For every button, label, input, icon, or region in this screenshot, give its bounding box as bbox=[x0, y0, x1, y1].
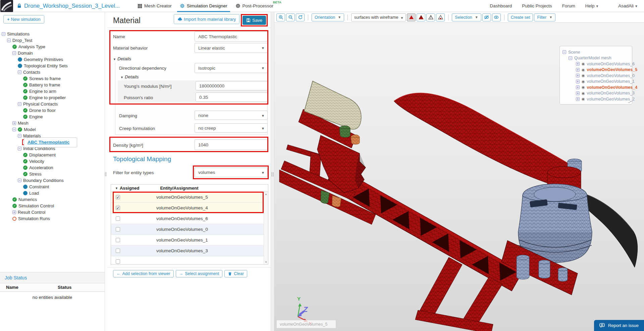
tree-item-constraint[interactable]: Constraint bbox=[0, 184, 105, 190]
render-surfaces-button[interactable] bbox=[407, 13, 416, 21]
tree-item-drone-to-floor[interactable]: ✓Drone to floor bbox=[0, 107, 105, 114]
scroll-down-icon[interactable]: ▼ bbox=[265, 261, 267, 264]
table-scrollbar[interactable]: ▲ ▼ bbox=[264, 192, 268, 264]
expand-icon[interactable]: + bbox=[576, 97, 580, 101]
render-mode-select[interactable]: surfaces with wireframe▼ bbox=[351, 13, 406, 21]
report-issue-button[interactable]: Report an issue bbox=[594, 320, 644, 331]
scene-item-volumeongeovolumes-2[interactable]: +◉volumeOnGeoVolumes_2 bbox=[562, 96, 629, 102]
material-behavior-select[interactable]: Linear elastic▼ bbox=[195, 43, 268, 53]
density-input[interactable]: 1040 bbox=[195, 139, 268, 150]
3d-viewport[interactable]: Y X Z − Scene − QuarterModel mesh +◉volu… bbox=[274, 23, 644, 331]
table-row-volumeongeovolumes-0[interactable]: volumeOnGeoVolumes_0 bbox=[111, 224, 268, 235]
save-button[interactable]: Save bbox=[243, 16, 266, 25]
collapse-icon[interactable]: − bbox=[569, 56, 572, 60]
assigned-checkbox[interactable] bbox=[116, 249, 120, 253]
tree-item-boundary-conditions[interactable]: −Boundary Conditions bbox=[0, 177, 105, 184]
assigned-checkbox[interactable] bbox=[116, 227, 120, 231]
app-logo[interactable] bbox=[0, 0, 13, 12]
tree-item-mesh[interactable]: +Mesh bbox=[0, 120, 105, 126]
table-row-volumeongeovolumes-6[interactable]: volumeOnGeoVolumes_6 bbox=[111, 213, 268, 224]
sort-icon[interactable]: ▼ bbox=[115, 187, 118, 190]
tree-item-model[interactable]: −✓Model bbox=[0, 126, 105, 133]
scene-mesh[interactable]: − QuarterModel mesh bbox=[562, 55, 629, 61]
scene-item-volumeongeovolumes-4[interactable]: +◉volumeOnGeoVolumes_4 bbox=[562, 84, 629, 90]
tree-item-simulations[interactable]: −Simulations bbox=[0, 31, 105, 37]
expand-icon[interactable]: + bbox=[576, 91, 580, 95]
tab-simulation-designer[interactable]: Simulation Designer bbox=[176, 0, 231, 12]
eye-icon[interactable]: ◉ bbox=[582, 68, 585, 72]
eye-icon[interactable]: ◉ bbox=[582, 91, 585, 95]
damping-select[interactable]: none▼ bbox=[195, 111, 268, 120]
tree-item-result-control[interactable]: +Result Control bbox=[0, 209, 105, 215]
panel-resize-handle[interactable] bbox=[271, 12, 274, 331]
reset-view-button[interactable] bbox=[296, 13, 305, 21]
tree-item-velocity[interactable]: ✓Velocity bbox=[0, 158, 105, 164]
collapse-icon[interactable]: − bbox=[18, 147, 21, 150]
collapse-icon[interactable]: − bbox=[18, 179, 21, 182]
tree-item-engine[interactable]: ✓Engine bbox=[0, 114, 105, 120]
create-set-button[interactable]: Create set bbox=[508, 13, 533, 21]
eye-icon[interactable]: ◉ bbox=[582, 97, 585, 101]
tree-item-screws-to-frame[interactable]: ✓Screws to frame bbox=[0, 75, 105, 82]
tree-item-acceleration[interactable]: ✓Acceleration bbox=[0, 164, 105, 171]
add-selection-from-viewer-button[interactable]: ← Add selection from viewer bbox=[113, 270, 174, 277]
details-toggle[interactable]: ▼Details bbox=[113, 56, 131, 61]
collapse-icon[interactable]: − bbox=[18, 102, 21, 106]
scene-item-volumeongeovolumes-5[interactable]: +◉volumeOnGeoVolumes_5 bbox=[562, 67, 629, 73]
tab-post-processor[interactable]: Post-Processor BETA bbox=[231, 0, 277, 12]
import-material-library-button[interactable]: Import from material library bbox=[174, 14, 239, 24]
clear-button[interactable]: Clear bbox=[224, 270, 247, 277]
collapse-icon[interactable]: − bbox=[7, 39, 11, 42]
tree-item-simulation-runs[interactable]: Simulation Runs bbox=[0, 215, 105, 222]
eye-icon[interactable]: ◉ bbox=[582, 85, 585, 89]
tree-item-analysis-type[interactable]: ✓Analysis Type bbox=[0, 44, 105, 50]
render-points-button[interactable] bbox=[436, 13, 445, 21]
sidebar-resize-handle[interactable] bbox=[105, 172, 106, 176]
new-simulation-button[interactable]: + New simulation bbox=[3, 15, 44, 23]
filter-entity-types-select[interactable]: volumes▼ bbox=[195, 168, 268, 177]
scene-root[interactable]: − Scene bbox=[562, 49, 629, 55]
hide-selected-button[interactable] bbox=[482, 13, 491, 21]
expand-icon[interactable]: + bbox=[576, 80, 580, 83]
selection-button[interactable]: Selection▼ bbox=[452, 13, 481, 21]
assigned-checkbox[interactable] bbox=[116, 238, 120, 242]
assigned-checkbox[interactable]: ✓ bbox=[116, 195, 120, 199]
expand-icon[interactable]: + bbox=[12, 121, 16, 125]
collapse-icon[interactable]: − bbox=[12, 51, 16, 55]
creep-formulation-select[interactable]: no creep▼ bbox=[195, 123, 268, 133]
select-assignment-button[interactable]: → Select assignment bbox=[176, 270, 223, 277]
scene-item-volumeongeovolumes-6[interactable]: +◉volumeOnGeoVolumes_6 bbox=[562, 61, 629, 67]
tree-item-contacts[interactable]: −Contacts bbox=[0, 69, 105, 75]
zoom-in-button[interactable] bbox=[276, 13, 285, 21]
tree-item-abc-thermoplastic[interactable]: ✓ABC Thermoplastic bbox=[0, 139, 105, 145]
assigned-checkbox[interactable] bbox=[116, 259, 120, 264]
nav-dashboard[interactable]: Dashboard bbox=[490, 3, 512, 8]
collapse-icon[interactable]: − bbox=[562, 50, 566, 54]
material-name-input[interactable]: ABC Thermoplastic bbox=[195, 31, 268, 42]
collapse-icon[interactable]: − bbox=[12, 128, 16, 131]
tree-item-numerics[interactable]: ✓Numerics bbox=[0, 196, 105, 203]
tree-item-battery-to-frame[interactable]: ✓Battery to frame bbox=[0, 82, 105, 88]
tree-item-engine-to-propeller[interactable]: ✓Engine to propeller bbox=[0, 94, 105, 101]
show-selected-button[interactable] bbox=[492, 13, 501, 21]
collapse-icon[interactable]: − bbox=[18, 134, 21, 138]
render-surfaces-wireframe-button[interactable] bbox=[417, 13, 425, 21]
nav-help[interactable]: Help▼ bbox=[585, 3, 599, 8]
scene-item-volumeongeovolumes-3[interactable]: +◉volumeOnGeoVolumes_3 bbox=[562, 90, 629, 96]
collapse-icon[interactable]: − bbox=[2, 32, 5, 36]
expand-icon[interactable]: + bbox=[576, 74, 580, 77]
expand-icon[interactable]: + bbox=[576, 62, 580, 66]
zoom-out-button[interactable] bbox=[286, 13, 295, 21]
table-row-volumeongeovolumes-3[interactable]: volumeOnGeoVolumes_3 bbox=[111, 246, 268, 256]
expand-icon[interactable]: + bbox=[12, 210, 16, 214]
details2-toggle[interactable]: ▼Details bbox=[120, 74, 139, 79]
tree-item-simulation-control[interactable]: ✓Simulation Control bbox=[0, 203, 105, 209]
table-row-volumeongeovolumes-5[interactable]: ✓volumeOnGeoVolumes_5 bbox=[111, 192, 268, 203]
scene-item-volumeongeovolumes-0[interactable]: +◉volumeOnGeoVolumes_0 bbox=[562, 73, 629, 79]
nav-public-projects[interactable]: Public Projects bbox=[522, 3, 552, 8]
collapse-icon[interactable]: − bbox=[18, 70, 21, 74]
youngs-modulus-input[interactable]: 1800000000 bbox=[196, 81, 268, 90]
scroll-up-icon[interactable]: ▲ bbox=[265, 193, 267, 196]
directional-dependency-select[interactable]: Isotropic▼ bbox=[195, 63, 268, 73]
tab-mesh-creator[interactable]: Mesh Creator bbox=[133, 0, 176, 12]
